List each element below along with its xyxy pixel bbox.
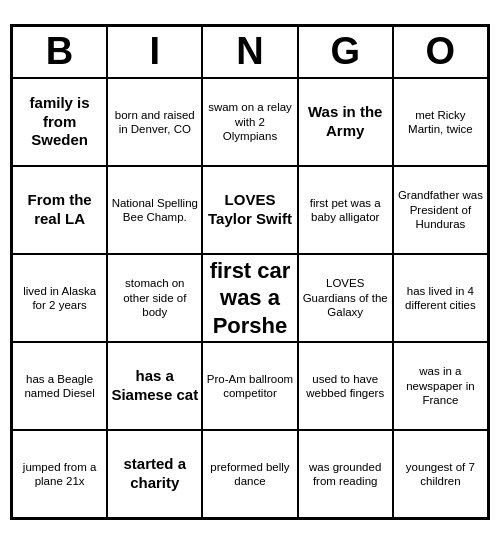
bingo-cell-5[interactable]: From the real LA: [12, 166, 107, 254]
bingo-cell-8[interactable]: first pet was a baby alligator: [298, 166, 393, 254]
bingo-cell-6[interactable]: National Spelling Bee Champ.: [107, 166, 202, 254]
header-letter-B: B: [12, 26, 107, 78]
bingo-cell-18[interactable]: used to have webbed fingers: [298, 342, 393, 430]
bingo-cell-20[interactable]: jumped from a plane 21x: [12, 430, 107, 518]
bingo-cell-12[interactable]: first car was a Porshe: [202, 254, 297, 342]
bingo-cell-14[interactable]: has lived in 4 different cities: [393, 254, 488, 342]
bingo-cell-1[interactable]: born and raised in Denver, CO: [107, 78, 202, 166]
bingo-cell-7[interactable]: LOVES Taylor Swift: [202, 166, 297, 254]
bingo-cell-23[interactable]: was grounded from reading: [298, 430, 393, 518]
bingo-cell-0[interactable]: family is from Sweden: [12, 78, 107, 166]
bingo-cell-3[interactable]: Was in the Army: [298, 78, 393, 166]
header-letter-O: O: [393, 26, 488, 78]
bingo-cell-13[interactable]: LOVES Guardians of the Galaxy: [298, 254, 393, 342]
header-letter-N: N: [202, 26, 297, 78]
bingo-card: BINGO family is from Swedenborn and rais…: [10, 24, 490, 520]
bingo-cell-15[interactable]: has a Beagle named Diesel: [12, 342, 107, 430]
header-letter-G: G: [298, 26, 393, 78]
bingo-cell-24[interactable]: youngest of 7 children: [393, 430, 488, 518]
bingo-cell-10[interactable]: lived in Alaska for 2 years: [12, 254, 107, 342]
bingo-cell-16[interactable]: has a Siamese cat: [107, 342, 202, 430]
bingo-cell-9[interactable]: Grandfather was President of Hunduras: [393, 166, 488, 254]
bingo-cell-22[interactable]: preformed belly dance: [202, 430, 297, 518]
bingo-cell-4[interactable]: met Ricky Martin, twice: [393, 78, 488, 166]
bingo-header: BINGO: [12, 26, 488, 78]
bingo-cell-19[interactable]: was in a newspaper in France: [393, 342, 488, 430]
bingo-cell-2[interactable]: swam on a relay with 2 Olympians: [202, 78, 297, 166]
bingo-cell-21[interactable]: started a charity: [107, 430, 202, 518]
bingo-cell-17[interactable]: Pro-Am ballroom competitor: [202, 342, 297, 430]
header-letter-I: I: [107, 26, 202, 78]
bingo-grid: family is from Swedenborn and raised in …: [12, 78, 488, 518]
bingo-cell-11[interactable]: stomach on other side of body: [107, 254, 202, 342]
